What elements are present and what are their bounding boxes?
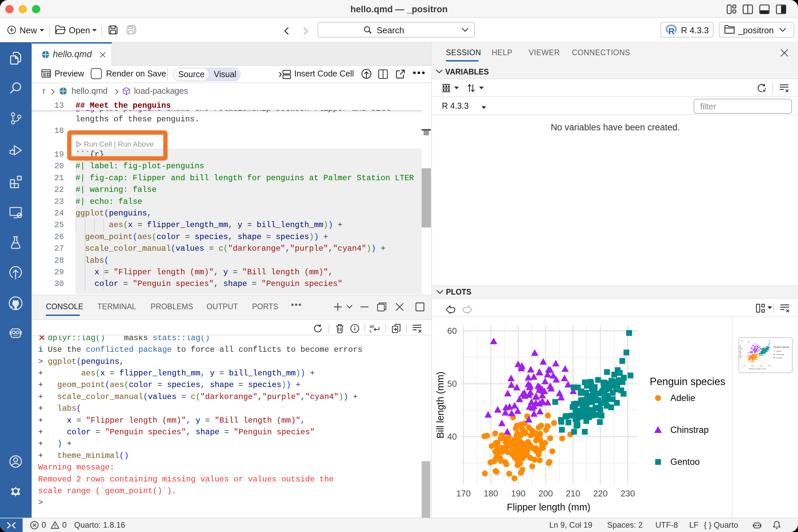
svg-text:Penguin species: Penguin species (650, 376, 725, 387)
svg-text:190: 190 (511, 489, 525, 498)
svg-text:Adelie: Adelie (776, 350, 781, 352)
svg-text:Flipper length (mm): Flipper length (mm) (749, 368, 766, 370)
svg-text:50: 50 (447, 379, 457, 389)
svg-text:220: 220 (593, 489, 607, 498)
svg-text:Flipper length (mm): Flipper length (mm) (507, 502, 590, 512)
svg-text:200: 200 (538, 489, 553, 498)
svg-text:190: 190 (751, 365, 754, 367)
svg-text:40: 40 (447, 432, 457, 441)
svg-text:230: 230 (621, 489, 635, 498)
svg-text:Bill length (mm): Bill length (mm) (435, 372, 445, 438)
svg-text:50: 50 (741, 347, 743, 349)
svg-text:Bill length (mm): Bill length (mm) (739, 345, 741, 359)
svg-text:R: R (668, 26, 674, 35)
svg-text:ab: ab (369, 324, 374, 329)
svg-text:Gentoo: Gentoo (776, 357, 782, 359)
svg-text:170: 170 (456, 489, 471, 498)
svg-text:Chinstrap: Chinstrap (776, 354, 784, 356)
svg-text:60: 60 (741, 340, 743, 341)
svg-text:Penguin species: Penguin species (773, 346, 790, 348)
svg-text:40: 40 (741, 355, 743, 357)
svg-text:180: 180 (484, 489, 498, 498)
svg-text:60: 60 (447, 326, 457, 336)
svg-text:Chinstrap: Chinstrap (670, 425, 709, 435)
svg-text:Adelie: Adelie (670, 393, 695, 403)
svg-text:c: c (369, 328, 372, 334)
svg-text:210: 210 (566, 489, 580, 498)
svg-text:Gentoo: Gentoo (670, 457, 700, 467)
svg-text:230: 230 (768, 365, 771, 367)
svg-text:170: 170 (743, 365, 746, 367)
svg-text:210: 210 (760, 365, 763, 367)
